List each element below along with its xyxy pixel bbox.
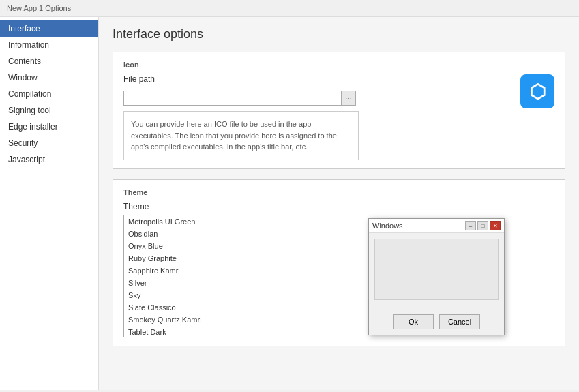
theme-section-label: Theme <box>123 188 554 196</box>
sidebar-item-edge-installer[interactable]: Edge installer <box>0 119 98 135</box>
sidebar-item-window[interactable]: Window <box>0 70 98 86</box>
file-input-container: ⋯ <box>123 91 510 106</box>
sidebar-item-contents[interactable]: Contents <box>0 53 98 70</box>
dialog-title-text: Windows <box>372 222 403 230</box>
app-container: Interface Information Contents Window Co… <box>0 17 579 390</box>
page-title: Interface options <box>113 27 565 42</box>
browse-button[interactable]: ⋯ <box>341 91 356 106</box>
dialog-body <box>369 233 504 311</box>
theme-item-obsidian[interactable]: Obsidian <box>124 228 246 240</box>
browse-icon: ⋯ <box>345 95 352 102</box>
dialog-ok-button[interactable]: Ok <box>393 314 434 329</box>
window-title: New App 1 Options <box>7 4 71 12</box>
dialog-minimize-button[interactable]: – <box>465 221 476 230</box>
restore-icon: □ <box>481 223 485 229</box>
file-path-row: File path <box>123 74 510 84</box>
windows-dialog: Windows – □ ✕ Ok Cancel <box>368 218 505 335</box>
sidebar-item-security[interactable]: Security <box>0 135 98 151</box>
file-path-label: File path <box>123 74 161 84</box>
theme-sub-label: Theme <box>123 202 554 211</box>
dialog-titlebar: Windows – □ ✕ <box>369 219 504 233</box>
theme-item-silver[interactable]: Silver <box>124 277 246 289</box>
icon-section-content: File path ⋯ You can provide here an ICO … <box>123 74 554 160</box>
theme-item-slate-classico[interactable]: Slate Classico <box>124 301 246 314</box>
sidebar-item-javascript[interactable]: Javascript <box>0 151 98 168</box>
theme-list[interactable]: Metropolis UI Green Obsidian Onyx Blue R… <box>123 215 246 337</box>
theme-item-ruby-graphite[interactable]: Ruby Graphite <box>124 252 246 265</box>
sidebar-item-compilation[interactable]: Compilation <box>0 86 98 102</box>
dialog-close-button[interactable]: ✕ <box>490 221 501 230</box>
minimize-icon: – <box>469 223 472 229</box>
icon-info-box: You can provide here an ICO file to be u… <box>123 111 359 160</box>
dialog-restore-button[interactable]: □ <box>477 221 488 230</box>
file-path-input[interactable] <box>123 91 342 106</box>
dialog-preview <box>374 239 499 300</box>
sidebar: Interface Information Contents Window Co… <box>0 17 99 390</box>
icon-form: File path ⋯ You can provide here an ICO … <box>123 74 510 160</box>
main-content: Interface options Icon File path ⋯ <box>99 17 579 390</box>
theme-item-metropolis[interactable]: Metropolis UI Green <box>124 215 246 228</box>
dialog-buttons: Ok Cancel <box>369 311 504 335</box>
theme-item-smokey-quartz[interactable]: Smokey Quartz Kamri <box>124 314 246 326</box>
dialog-cancel-button[interactable]: Cancel <box>439 314 480 329</box>
theme-item-sky[interactable]: Sky <box>124 289 246 301</box>
css3-icon: ⬡ <box>529 80 546 103</box>
theme-item-sapphire-kamri[interactable]: Sapphire Kamri <box>124 265 246 277</box>
theme-item-onyx-blue[interactable]: Onyx Blue <box>124 240 246 252</box>
icon-section: Icon File path ⋯ You can provide here an… <box>113 52 565 169</box>
close-icon: ✕ <box>493 223 498 229</box>
title-bar: New App 1 Options <box>0 0 579 17</box>
icon-section-label: Icon <box>123 61 554 69</box>
app-icon-preview: ⬡ <box>520 74 554 108</box>
sidebar-item-signing-tool[interactable]: Signing tool <box>0 102 98 119</box>
theme-item-tablet-dark[interactable]: Tablet Dark <box>124 326 246 337</box>
dialog-controls: – □ ✕ <box>465 221 501 230</box>
sidebar-item-information[interactable]: Information <box>0 37 98 53</box>
sidebar-item-interface[interactable]: Interface <box>0 20 98 37</box>
